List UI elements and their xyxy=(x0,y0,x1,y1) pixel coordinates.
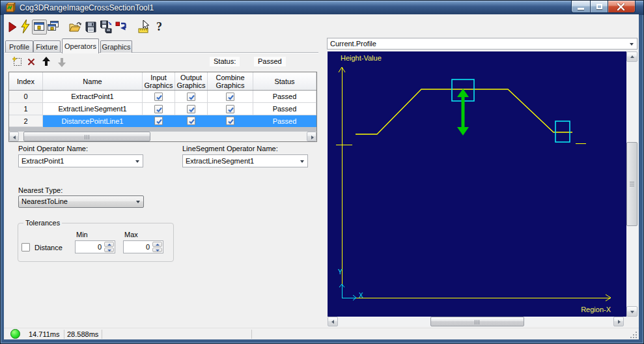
maximize-icon xyxy=(596,4,602,9)
status-value: Passed xyxy=(254,57,286,66)
column-header[interactable]: Status xyxy=(253,72,316,90)
row-index-cell[interactable]: 0 xyxy=(9,91,43,103)
column-header[interactable]: Output Graphics xyxy=(175,72,208,90)
scroll-thumb[interactable] xyxy=(626,142,637,226)
windows-stack-button[interactable] xyxy=(48,21,59,32)
table-row[interactable]: 0ExtractPoint1Passed xyxy=(9,91,316,103)
point-operator-combobox[interactable]: ExtractPoint1 xyxy=(18,154,143,167)
graphics-checkbox[interactable] xyxy=(208,115,253,127)
nearest-type-combobox[interactable]: NearestToLine xyxy=(18,195,144,208)
open-button[interactable] xyxy=(69,21,81,33)
pointer-ruler-button[interactable] xyxy=(138,20,150,33)
chevron-down-icon xyxy=(135,160,139,163)
svg-text:Y: Y xyxy=(338,268,343,276)
minimize-button[interactable] xyxy=(571,1,590,13)
column-header[interactable]: Input Graphics xyxy=(143,72,175,90)
line-marker xyxy=(555,121,570,142)
operator-name-cell[interactable]: ExtractPoint1 xyxy=(43,91,143,103)
row-index-cell[interactable]: 1 xyxy=(9,103,43,115)
electrode-button[interactable] xyxy=(20,20,31,34)
window: { "window": { "title": "Cog3DRangeImageC… xyxy=(0,0,644,344)
close-button[interactable] xyxy=(608,1,636,13)
move-down-button[interactable] xyxy=(57,57,66,67)
run-button[interactable] xyxy=(8,22,17,33)
scroll-down-button[interactable] xyxy=(626,306,637,317)
line-operator-combobox[interactable]: ExtractLineSegment1 xyxy=(182,154,308,167)
operator-name-cell[interactable]: ExtractLineSegment1 xyxy=(43,103,143,115)
scroll-thumb[interactable] xyxy=(430,317,524,326)
chevron-down-icon xyxy=(300,160,304,163)
spin-up-button[interactable] xyxy=(104,242,114,247)
scroll-left-button[interactable] xyxy=(9,132,19,141)
profile-plot[interactable]: Height-Value Y X Region-X xyxy=(328,51,626,317)
app-icon xyxy=(6,3,16,12)
scroll-up-button[interactable] xyxy=(626,51,637,62)
graphics-checkbox[interactable] xyxy=(143,115,175,127)
caption-buttons xyxy=(571,1,636,13)
tab-graphics[interactable]: Graphics xyxy=(100,40,132,53)
delete-operator-button[interactable] xyxy=(27,58,35,66)
svg-text:X: X xyxy=(359,292,363,299)
graphics-checkbox[interactable] xyxy=(143,103,175,115)
column-header[interactable]: Combine Graphics xyxy=(208,72,253,90)
graphics-checkbox[interactable] xyxy=(175,115,208,127)
spin-down-button[interactable] xyxy=(152,248,162,253)
scroll-right-button[interactable] xyxy=(307,132,316,141)
distance-label: Distance xyxy=(35,244,63,251)
display-toggle-icon xyxy=(34,22,45,32)
distance-checkbox[interactable] xyxy=(21,243,30,251)
row-index-cell[interactable]: 2 xyxy=(9,115,43,127)
tab-fixture[interactable]: Fixture xyxy=(33,40,61,53)
status-indicator-icon xyxy=(10,329,20,339)
column-header[interactable]: Index xyxy=(9,72,43,90)
chevron-down-icon xyxy=(630,43,634,46)
total-time: 28.588ms xyxy=(67,330,98,338)
help-button[interactable]: ? xyxy=(156,20,165,33)
status-cell[interactable]: Passed xyxy=(253,103,316,115)
point-operator-label: Point Operator Name: xyxy=(18,145,88,152)
tab-profile[interactable]: Profile xyxy=(5,40,33,53)
status-cell[interactable]: Passed xyxy=(253,115,316,127)
minimize-icon xyxy=(578,8,584,10)
profile-selector-combobox[interactable]: Current.Profile xyxy=(327,38,637,50)
window-title: Cog3DRangeImageCrossSectionTool1 xyxy=(20,3,154,12)
graphics-checkbox[interactable] xyxy=(143,91,175,103)
x-axis-label: Region-X xyxy=(581,306,611,313)
plot-hscrollbar[interactable] xyxy=(328,317,624,326)
reset-button[interactable] xyxy=(115,21,127,32)
execution-time: 14.711ms xyxy=(29,330,60,338)
plot-vscrollbar[interactable] xyxy=(626,51,637,317)
min-label: Min xyxy=(76,231,88,238)
max-spinner[interactable]: 0 xyxy=(123,240,163,253)
maximize-button[interactable] xyxy=(590,1,608,13)
operator-name-cell[interactable]: DistancePointLine1 xyxy=(43,115,143,127)
line-operator-label: LineSegment Operator Name: xyxy=(182,145,278,152)
add-operator-button[interactable] xyxy=(12,57,22,66)
table-row[interactable]: 2DistancePointLine1Passed xyxy=(9,115,316,127)
graphics-checkbox[interactable] xyxy=(208,91,253,103)
status-cell[interactable]: Passed xyxy=(253,91,316,103)
operators-table: IndexNameInput GraphicsOutput GraphicsCo… xyxy=(8,72,317,142)
resize-grip[interactable] xyxy=(630,332,637,338)
scroll-right-button[interactable] xyxy=(613,317,624,326)
spin-up-button[interactable] xyxy=(152,242,162,247)
scroll-left-button[interactable] xyxy=(328,317,338,326)
table-row[interactable]: 1ExtractLineSegment1Passed xyxy=(9,103,316,115)
tolerances-title: Tolerances xyxy=(23,219,62,227)
close-icon xyxy=(617,3,625,10)
tab-operators[interactable]: Operators xyxy=(62,38,99,53)
graphics-checkbox[interactable] xyxy=(175,103,208,115)
mini-axis: Y X xyxy=(338,268,363,300)
svg-text:?: ? xyxy=(156,20,162,33)
graphics-checkbox[interactable] xyxy=(208,103,253,115)
save-button[interactable] xyxy=(85,22,96,33)
column-header[interactable]: Name xyxy=(43,72,143,90)
status-label: Status: xyxy=(210,57,240,66)
save-as-button[interactable] xyxy=(100,20,113,33)
move-up-button[interactable] xyxy=(42,57,51,66)
scroll-thumb[interactable] xyxy=(23,132,150,141)
graphics-checkbox[interactable] xyxy=(175,91,208,103)
table-hscrollbar[interactable] xyxy=(9,132,316,141)
min-spinner[interactable]: 0 xyxy=(75,240,115,253)
spin-down-button[interactable] xyxy=(104,248,114,253)
